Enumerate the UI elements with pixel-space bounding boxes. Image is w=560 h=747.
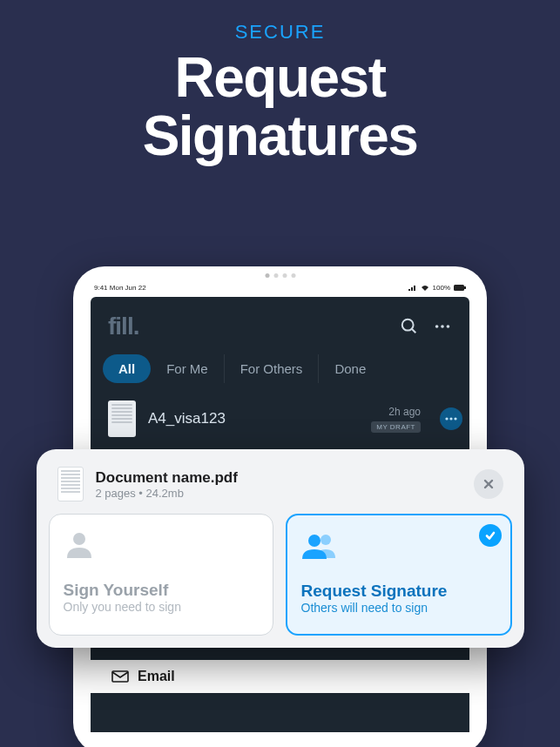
- search-icon[interactable]: [400, 317, 419, 336]
- svg-point-10: [445, 417, 448, 420]
- tab-bar: All For Me For Others Done: [91, 349, 469, 395]
- svg-point-7: [435, 325, 439, 328]
- email-label: Email: [138, 669, 175, 684]
- camera-dots: [265, 273, 295, 278]
- status-bar: 9:41 Mon Jun 22 100%: [91, 284, 469, 297]
- check-icon: [484, 529, 496, 542]
- sign-yourself-option[interactable]: Sign Yourself Only you need to sign: [49, 514, 273, 636]
- request-signature-option[interactable]: Request Signature Others will need to si…: [286, 514, 512, 636]
- tab-for-others[interactable]: For Others: [225, 354, 320, 383]
- battery-label: 100%: [433, 284, 450, 292]
- sign-yourself-title: Sign Yourself: [64, 581, 259, 600]
- document-row[interactable]: A4_visa123 2h ago MY DRAFT: [91, 395, 469, 442]
- signal-icon: [408, 285, 417, 291]
- tab-done[interactable]: Done: [319, 354, 381, 383]
- svg-point-17: [320, 535, 331, 545]
- svg-rect-0: [408, 289, 410, 291]
- close-icon: [482, 478, 495, 490]
- svg-point-16: [73, 533, 85, 545]
- svg-rect-3: [454, 285, 464, 291]
- svg-line-6: [412, 329, 416, 333]
- brand-text: fill: [108, 313, 133, 340]
- headline-line-1: Request: [175, 46, 386, 109]
- draft-badge: MY DRAFT: [371, 421, 421, 433]
- svg-point-5: [402, 320, 414, 331]
- tab-for-me[interactable]: For Me: [151, 354, 225, 383]
- email-row[interactable]: Email: [91, 660, 469, 693]
- svg-rect-4: [464, 286, 466, 289]
- svg-point-8: [441, 325, 444, 328]
- eyebrow: SECURE: [0, 21, 560, 44]
- svg-rect-2: [414, 286, 415, 291]
- request-signature-sub: Others will need to sign: [301, 601, 496, 615]
- request-signature-title: Request Signature: [301, 582, 496, 601]
- svg-point-11: [449, 417, 452, 420]
- action-sheet: Document name.pdf 2 pages • 24.2mb Sign …: [37, 449, 524, 648]
- document-thumbnail-icon: [108, 400, 136, 437]
- svg-rect-13: [112, 671, 128, 682]
- battery-icon: [454, 285, 466, 291]
- wifi-icon: [421, 285, 429, 291]
- svg-point-9: [447, 325, 450, 328]
- brand-dot: .: [133, 313, 139, 340]
- svg-rect-1: [411, 287, 413, 291]
- sheet-document-title: Document name.pdf: [96, 469, 238, 487]
- person-icon: [64, 528, 259, 560]
- selected-check: [479, 524, 502, 547]
- email-icon: [111, 670, 129, 683]
- close-button[interactable]: [474, 469, 503, 499]
- page-title: Request Signatures: [0, 49, 560, 165]
- more-icon[interactable]: [433, 317, 452, 336]
- sign-yourself-sub: Only you need to sign: [64, 600, 259, 614]
- sheet-thumbnail-icon: [57, 467, 84, 501]
- people-icon: [301, 529, 496, 561]
- svg-point-12: [454, 417, 456, 420]
- row-more-button[interactable]: [440, 407, 462, 430]
- headline-line-2: Signatures: [143, 104, 418, 167]
- brand-logo: fill.: [108, 313, 138, 340]
- sheet-document-meta: 2 pages • 24.2mb: [96, 487, 238, 500]
- status-time: 9:41 Mon Jun 22: [94, 284, 146, 292]
- tab-all[interactable]: All: [103, 354, 151, 383]
- document-time: 2h ago: [388, 406, 421, 418]
- dots-icon: [445, 417, 457, 421]
- svg-point-18: [308, 535, 320, 547]
- document-title: A4_visa123: [148, 410, 226, 427]
